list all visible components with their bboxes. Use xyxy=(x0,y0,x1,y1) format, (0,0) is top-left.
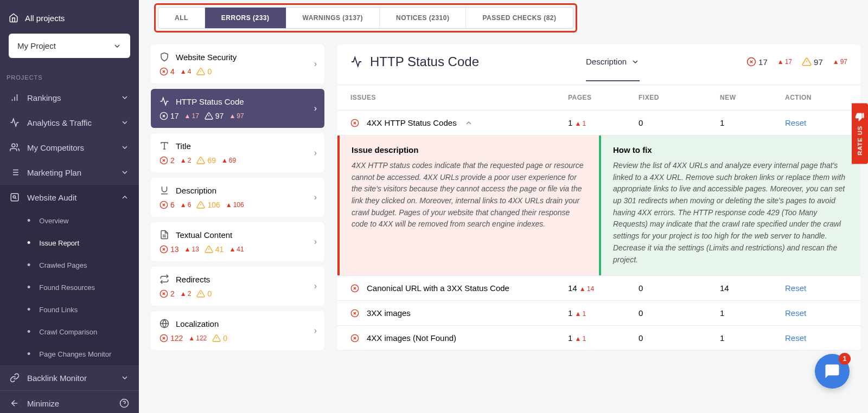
warning-icon xyxy=(196,289,205,298)
error-icon xyxy=(159,67,168,76)
col-header-pages: PAGES xyxy=(568,94,639,101)
nav-label: Analytics & Traffic xyxy=(27,118,92,127)
chat-icon xyxy=(824,363,840,379)
issue-card-localization[interactable]: Localization 122 ▲ 122 0 › xyxy=(151,311,324,350)
nav-label: My Competitors xyxy=(27,143,84,152)
reset-link[interactable]: Reset xyxy=(785,118,806,127)
globe-icon xyxy=(159,319,169,328)
reset-link[interactable]: Reset xyxy=(785,308,806,318)
chevron-down-icon xyxy=(120,143,129,152)
help-icon[interactable] xyxy=(119,398,129,408)
all-projects-label: All projects xyxy=(25,14,65,23)
delta-indicator: ▲ 13 xyxy=(184,246,199,253)
nav-audit-submenu: Overview Issue Report Crawled Pages Foun… xyxy=(0,210,139,365)
nav-marketing[interactable]: Marketing Plan xyxy=(0,160,139,185)
subnav-found-resources[interactable]: Found Resources xyxy=(0,276,139,299)
subnav-overview[interactable]: Overview xyxy=(0,210,139,232)
chevron-right-icon: › xyxy=(314,148,317,158)
tab-warnings[interactable]: WARNINGS (3137) xyxy=(286,8,380,28)
issue-card-title: HTTP Status Code xyxy=(176,97,244,106)
issue-name: 4XX images (Not Found) xyxy=(367,333,456,343)
error-icon xyxy=(159,334,168,343)
warning-icon xyxy=(196,67,205,76)
warning-icon xyxy=(205,112,213,120)
svg-rect-10 xyxy=(11,193,18,201)
subnav-crawl-comparison[interactable]: Crawl Comparison xyxy=(0,321,139,343)
tab-notices[interactable]: NOTICES (2310) xyxy=(380,8,466,28)
tab-passed[interactable]: PASSED CHECKS (82) xyxy=(466,8,572,28)
table-header: ISSUES PAGES FIXED NEW ACTION xyxy=(337,85,860,111)
chevron-up-icon xyxy=(120,193,129,202)
subnav-crawled-pages[interactable]: Crawled Pages xyxy=(0,254,139,276)
table-row[interactable]: Canonical URL with a 3XX Status Code 14 … xyxy=(337,276,860,301)
rate-us-button[interactable]: RATE US xyxy=(852,103,868,164)
chevron-right-icon: › xyxy=(314,237,317,247)
tab-errors[interactable]: ERRORS (233) xyxy=(205,8,286,28)
warning-icon xyxy=(802,57,812,67)
table-row[interactable]: 4XX images (Not Found) 1 ▲ 1 0 1 Reset xyxy=(337,326,860,351)
detail-panel: HTTP Status Code Description 17 ▲ 17 97 … xyxy=(337,44,860,351)
nav-label: Marketing Plan xyxy=(27,168,81,177)
project-name: My Project xyxy=(17,41,56,50)
type-icon xyxy=(159,141,169,151)
issue-card-title[interactable]: Title 2 ▲ 2 69 ▲ 69 › xyxy=(151,133,324,172)
project-selector[interactable]: My Project xyxy=(9,34,130,58)
delta-indicator: ▲ 2 xyxy=(180,290,192,298)
subnav-issue-report[interactable]: Issue Report xyxy=(0,232,139,254)
list-icon xyxy=(10,167,20,177)
issue-card-title: Redirects xyxy=(176,275,210,284)
chevron-right-icon: › xyxy=(314,326,317,335)
error-icon xyxy=(350,309,359,318)
chevron-right-icon: › xyxy=(314,104,317,113)
error-icon xyxy=(159,245,168,254)
nav-label: Backlink Monitor xyxy=(27,373,87,383)
issue-expand-panel: Issue description 4XX HTTP status codes … xyxy=(337,135,860,276)
repeat-icon xyxy=(159,274,169,284)
nav-website-audit[interactable]: Website Audit xyxy=(0,185,139,210)
delta-indicator: ▲ 122 xyxy=(188,334,207,342)
issue-card-description[interactable]: Description 6 ▲ 6 106 ▲ 106 › xyxy=(151,178,324,217)
error-icon xyxy=(350,119,359,127)
how-to-fix-title: How to fix xyxy=(613,145,848,154)
reset-link[interactable]: Reset xyxy=(785,333,806,343)
description-dropdown[interactable]: Description xyxy=(586,57,640,81)
all-projects-link[interactable]: All projects xyxy=(9,9,130,27)
tab-all[interactable]: ALL xyxy=(158,8,205,28)
issue-card-security[interactable]: Website Security 4 ▲ 4 0 › xyxy=(151,44,324,83)
delta-indicator: ▲ 17 xyxy=(777,58,792,66)
error-icon xyxy=(159,201,168,209)
col-header-issues: ISSUES xyxy=(350,94,568,101)
nav-analytics[interactable]: Analytics & Traffic xyxy=(0,110,139,135)
table-row[interactable]: 4XX HTTP Status Codes 1 ▲ 1 0 1 Reset xyxy=(337,111,860,135)
delta-indicator: ▲ 69 xyxy=(221,157,236,164)
subnav-found-links[interactable]: Found Links xyxy=(0,299,139,321)
chevron-up-icon[interactable] xyxy=(464,119,473,127)
chevron-down-icon xyxy=(113,42,122,50)
home-icon xyxy=(9,13,18,23)
issue-category-list[interactable]: Website Security 4 ▲ 4 0 › HTTP Status C… xyxy=(151,44,324,351)
col-header-fixed: FIXED xyxy=(639,94,720,101)
issue-card-http-status[interactable]: HTTP Status Code 17 ▲ 17 97 ▲ 97 › xyxy=(151,89,324,128)
issue-card-redirects[interactable]: Redirects 2 ▲ 2 0 › xyxy=(151,267,324,306)
chevron-down-icon xyxy=(120,373,129,382)
search-doc-icon xyxy=(10,192,20,202)
chat-button[interactable]: 1 xyxy=(815,354,850,389)
delta-indicator: ▲ 2 xyxy=(180,157,192,164)
nav-backlink[interactable]: Backlink Monitor xyxy=(0,365,139,390)
subnav-page-changes[interactable]: Page Changes Monitor xyxy=(0,343,139,365)
delta-indicator: ▲ 41 xyxy=(229,246,244,253)
table-row[interactable]: 3XX images 1 ▲ 1 0 1 Reset xyxy=(337,301,860,326)
chevron-right-icon: › xyxy=(314,59,317,69)
nav-competitors[interactable]: My Competitors xyxy=(0,135,139,160)
chevron-down-icon xyxy=(120,118,129,127)
issue-card-title: Textual Content xyxy=(176,230,232,240)
nav-rankings[interactable]: Rankings xyxy=(0,85,139,110)
minimize-button[interactable]: Minimize xyxy=(0,390,139,413)
chevron-down-icon xyxy=(120,93,129,102)
issue-card-textual[interactable]: Textual Content 13 ▲ 13 41 ▲ 41 › xyxy=(151,222,324,261)
underline-icon xyxy=(159,185,169,195)
delta-indicator: ▲ 4 xyxy=(180,68,192,75)
issue-card-title: Website Security xyxy=(176,53,237,62)
reset-link[interactable]: Reset xyxy=(785,283,806,293)
activity-icon xyxy=(350,56,362,68)
